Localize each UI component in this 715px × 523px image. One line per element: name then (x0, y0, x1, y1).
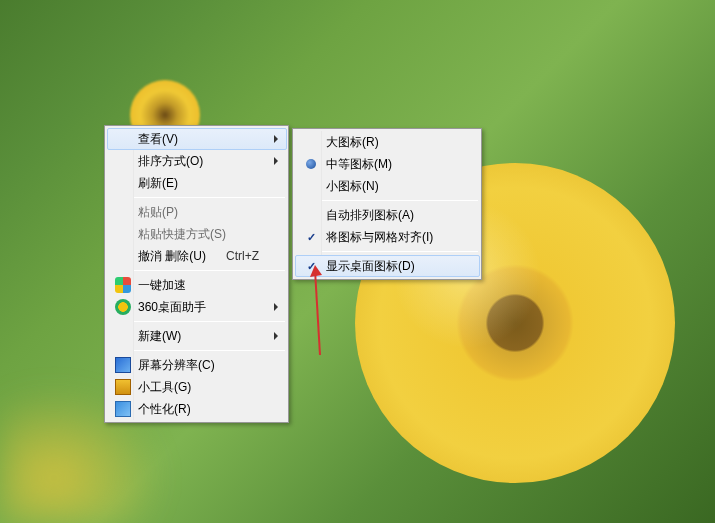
menu-separator (134, 197, 285, 198)
blank-icon (112, 245, 134, 267)
menu-item-360-desktop[interactable]: 360桌面助手 (108, 296, 286, 318)
menu-item-label: 一键加速 (138, 277, 256, 294)
menu-item-label: 排序方式(O) (138, 153, 256, 170)
resolution-icon (112, 354, 134, 376)
menu-item-label: 刷新(E) (138, 175, 256, 192)
blank-icon (112, 128, 134, 150)
accelerate-icon (112, 274, 134, 296)
gadgets-icon (112, 376, 134, 398)
blank-icon (112, 172, 134, 194)
menu-item-accelerate[interactable]: 一键加速 (108, 274, 286, 296)
menu-item-gadgets[interactable]: 小工具(G) (108, 376, 286, 398)
svg-line-0 (315, 270, 320, 355)
radio-selected-icon (300, 153, 322, 175)
menu-item-paste-shortcut: 粘贴快捷方式(S) (108, 223, 286, 245)
menu-separator (322, 200, 478, 201)
menu-item-label: 粘贴快捷方式(S) (138, 226, 256, 243)
menu-item-paste: 粘贴(P) (108, 201, 286, 223)
menu-item-label: 将图标与网格对齐(I) (326, 229, 449, 246)
menu-item-resolution[interactable]: 屏幕分辨率(C) (108, 354, 286, 376)
menu-item-label: 查看(V) (138, 131, 256, 148)
submenu-arrow-icon (274, 157, 278, 165)
menu-item-new[interactable]: 新建(W) (108, 325, 286, 347)
menu-item-label: 大图标(R) (326, 134, 449, 151)
menu-item-label: 屏幕分辨率(C) (138, 357, 256, 374)
submenu-item-small-icons[interactable]: 小图标(N) (296, 175, 479, 197)
submenu-item-medium-icons[interactable]: 中等图标(M) (296, 153, 479, 175)
menu-item-label: 小工具(G) (138, 379, 256, 396)
submenu-arrow-icon (274, 332, 278, 340)
menu-item-view[interactable]: 查看(V) (107, 128, 287, 150)
submenu-item-align-grid[interactable]: ✓ 将图标与网格对齐(I) (296, 226, 479, 248)
desktop-context-menu: 查看(V) 排序方式(O) 刷新(E) 粘贴(P) 粘贴快捷方式(S) 撤消 删… (104, 125, 289, 423)
menu-separator (134, 270, 285, 271)
menu-item-sort[interactable]: 排序方式(O) (108, 150, 286, 172)
menu-item-undo-delete[interactable]: 撤消 删除(U) Ctrl+Z (108, 245, 286, 267)
menu-separator (322, 251, 478, 252)
radio-unselected-icon (300, 175, 322, 197)
blank-icon (112, 201, 134, 223)
check-icon: ✓ (300, 226, 322, 248)
submenu-item-show-desktop-icons[interactable]: ✓ 显示桌面图标(D) (295, 255, 480, 277)
radio-unselected-icon (300, 131, 322, 153)
personalize-icon (112, 398, 134, 420)
check-unselected-icon (300, 204, 322, 226)
menu-item-refresh[interactable]: 刷新(E) (108, 172, 286, 194)
menu-separator (134, 321, 285, 322)
360-icon (112, 296, 134, 318)
view-submenu: 大图标(R) 中等图标(M) 小图标(N) 自动排列图标(A) ✓ 将图标与网格… (292, 128, 482, 280)
menu-item-label: 中等图标(M) (326, 156, 449, 173)
menu-item-label: 个性化(R) (138, 401, 256, 418)
submenu-arrow-icon (274, 135, 278, 143)
menu-item-personalize[interactable]: 个性化(R) (108, 398, 286, 420)
check-icon: ✓ (300, 255, 322, 277)
blank-icon (112, 223, 134, 245)
menu-item-label: 小图标(N) (326, 178, 449, 195)
submenu-arrow-icon (274, 303, 278, 311)
submenu-item-auto-arrange[interactable]: 自动排列图标(A) (296, 204, 479, 226)
submenu-item-large-icons[interactable]: 大图标(R) (296, 131, 479, 153)
menu-item-shortcut: Ctrl+Z (226, 249, 259, 263)
blank-icon (112, 325, 134, 347)
menu-item-label: 自动排列图标(A) (326, 207, 449, 224)
menu-item-label: 撤消 删除(U) (138, 248, 206, 265)
menu-item-label: 显示桌面图标(D) (326, 258, 449, 275)
menu-item-label: 新建(W) (138, 328, 256, 345)
menu-item-label: 360桌面助手 (138, 299, 256, 316)
blank-icon (112, 150, 134, 172)
menu-separator (134, 350, 285, 351)
menu-item-label: 粘贴(P) (138, 204, 256, 221)
